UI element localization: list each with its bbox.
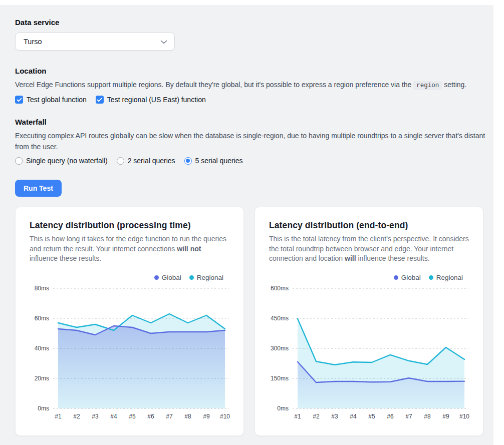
run-test-button[interactable]: Run Test bbox=[15, 180, 62, 197]
regional-legend-dot-icon bbox=[189, 275, 194, 280]
svg-text:60ms: 60ms bbox=[35, 315, 49, 322]
data-service-heading: Data service bbox=[15, 18, 486, 27]
svg-text:#6: #6 bbox=[147, 413, 154, 420]
svg-text:150ms: 150ms bbox=[271, 375, 289, 382]
legend-item-regional: Regional bbox=[429, 274, 463, 281]
processing-time-line-chart: 0ms20ms40ms60ms80ms#1#2#3#4#5#6#7#8#9#10 bbox=[30, 283, 230, 423]
legend-label: Regional bbox=[436, 274, 463, 281]
svg-text:#1: #1 bbox=[55, 413, 62, 420]
legend-label: Regional bbox=[197, 274, 223, 281]
svg-text:0ms: 0ms bbox=[277, 405, 289, 412]
svg-text:#2: #2 bbox=[73, 413, 80, 420]
chart-description-bold: will bbox=[345, 254, 356, 262]
location-checkbox-row: Test global function Test regional (US E… bbox=[15, 96, 486, 104]
chart-title: Latency distribution (end-to-end) bbox=[269, 220, 469, 231]
data-service-select[interactable]: Turso bbox=[15, 33, 175, 51]
svg-text:450ms: 450ms bbox=[271, 315, 289, 322]
svg-text:40ms: 40ms bbox=[35, 345, 49, 352]
checkbox-label: Test regional (US East) function bbox=[107, 96, 206, 104]
end-to-end-card: Latency distribution (end-to-end) This i… bbox=[255, 207, 483, 436]
svg-text:#8: #8 bbox=[184, 413, 191, 420]
svg-text:#10: #10 bbox=[459, 413, 469, 420]
settings-panel: Data service Turso Location Vercel Edge … bbox=[0, 5, 493, 445]
svg-text:20ms: 20ms bbox=[35, 375, 49, 382]
chart-description: This is the total latency from the clien… bbox=[269, 234, 469, 264]
svg-text:#5: #5 bbox=[129, 413, 136, 420]
radio-icon[interactable] bbox=[184, 157, 192, 165]
svg-text:#10: #10 bbox=[220, 413, 230, 420]
legend-label: Global bbox=[162, 274, 181, 281]
waterfall-radio-row: Single query (no waterfall) 2 serial que… bbox=[15, 157, 486, 165]
radio-label: Single query (no waterfall) bbox=[26, 157, 108, 165]
svg-text:#8: #8 bbox=[424, 413, 431, 420]
waterfall-heading: Waterfall bbox=[15, 118, 486, 126]
chevron-down-icon bbox=[160, 37, 167, 46]
svg-text:#5: #5 bbox=[368, 413, 375, 420]
charts-row: Latency distribution (processing time) T… bbox=[15, 207, 486, 436]
legend-item-global: Global bbox=[394, 274, 421, 281]
location-description-text: Vercel Edge Functions support multiple r… bbox=[15, 81, 413, 89]
svg-text:#9: #9 bbox=[442, 413, 449, 420]
location-heading: Location bbox=[15, 67, 486, 75]
regional-legend-dot-icon bbox=[429, 275, 433, 280]
radio-label: 5 serial queries bbox=[195, 157, 243, 165]
chart-title: Latency distribution (processing time) bbox=[30, 220, 229, 231]
chart-legend: Global Regional bbox=[30, 274, 223, 281]
svg-text:600ms: 600ms bbox=[271, 285, 289, 292]
chart-description-suffix: influence these results. bbox=[30, 254, 101, 262]
data-service-selected-value: Turso bbox=[24, 38, 42, 46]
svg-text:0ms: 0ms bbox=[38, 405, 49, 412]
chart-description-bold: will not bbox=[177, 245, 201, 253]
checkbox-test-regional-function[interactable]: Test regional (US East) function bbox=[96, 96, 206, 104]
waterfall-description: Executing complex API routes globally ca… bbox=[15, 130, 486, 152]
radio-icon[interactable] bbox=[15, 157, 23, 165]
svg-text:#4: #4 bbox=[110, 413, 117, 420]
svg-text:#4: #4 bbox=[350, 413, 357, 420]
radio-label: 2 serial queries bbox=[128, 157, 175, 165]
checkbox-checked-icon[interactable] bbox=[15, 96, 23, 104]
svg-text:#9: #9 bbox=[203, 413, 210, 420]
global-legend-dot-icon bbox=[394, 275, 398, 280]
svg-text:300ms: 300ms bbox=[271, 345, 289, 352]
svg-text:80ms: 80ms bbox=[35, 285, 49, 292]
chart-legend: Global Regional bbox=[269, 274, 463, 281]
location-description: Vercel Edge Functions support multiple r… bbox=[15, 79, 486, 91]
svg-text:#7: #7 bbox=[405, 413, 412, 420]
radio-single-query[interactable]: Single query (no waterfall) bbox=[15, 157, 108, 165]
checkbox-test-global-function[interactable]: Test global function bbox=[15, 96, 87, 104]
svg-text:#3: #3 bbox=[331, 413, 338, 420]
radio-5-serial-queries[interactable]: 5 serial queries bbox=[184, 157, 243, 165]
radio-2-serial-queries[interactable]: 2 serial queries bbox=[117, 157, 175, 165]
processing-time-card: Latency distribution (processing time) T… bbox=[15, 207, 244, 436]
svg-text:#2: #2 bbox=[313, 413, 320, 420]
legend-item-global: Global bbox=[154, 274, 181, 281]
svg-text:#7: #7 bbox=[166, 413, 173, 420]
svg-text:#3: #3 bbox=[92, 413, 99, 420]
location-description-suffix: setting. bbox=[442, 81, 466, 89]
global-legend-dot-icon bbox=[154, 275, 159, 280]
checkbox-checked-icon[interactable] bbox=[96, 96, 104, 104]
svg-text:#1: #1 bbox=[294, 413, 301, 420]
legend-item-regional: Regional bbox=[189, 274, 223, 281]
checkbox-label: Test global function bbox=[27, 96, 87, 104]
svg-text:#6: #6 bbox=[387, 413, 394, 420]
chart-description-suffix: influence these results. bbox=[356, 254, 430, 262]
end-to-end-line-chart: 0ms150ms300ms450ms600ms#1#2#3#4#5#6#7#8#… bbox=[269, 283, 470, 423]
region-code-chip: region bbox=[413, 81, 442, 90]
radio-icon[interactable] bbox=[117, 157, 124, 165]
legend-label: Global bbox=[401, 274, 421, 281]
chart-description: This is how long it takes for the edge f… bbox=[30, 234, 229, 264]
